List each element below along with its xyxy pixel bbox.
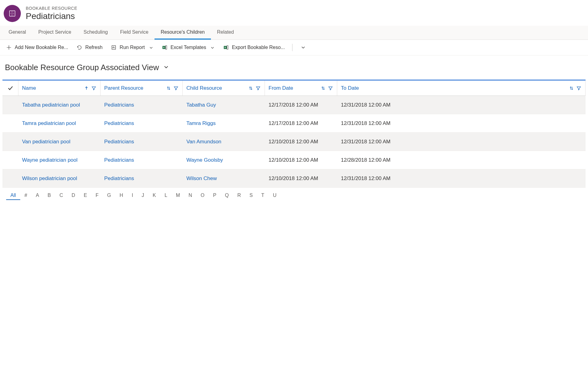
alpha-filter-t[interactable]: T	[257, 191, 269, 200]
filter-icon[interactable]	[328, 86, 333, 91]
alpha-filter-b[interactable]: B	[43, 191, 55, 200]
alpha-filter-f[interactable]: F	[91, 191, 103, 200]
alpha-filter-n[interactable]: N	[184, 191, 197, 200]
excel-icon	[162, 45, 167, 50]
view-selector[interactable]: Bookable Resource Group Associated View	[0, 55, 588, 80]
select-all-checkbox[interactable]	[2, 81, 18, 96]
export-label: Export Bookable Reso...	[232, 45, 285, 50]
column-header-parent-resource[interactable]: Parent Resource	[101, 81, 183, 96]
plus-icon	[6, 45, 12, 50]
alpha-filter-g[interactable]: G	[103, 191, 115, 200]
page-header: BOOKABLE RESOURCE Pediatricians	[0, 0, 588, 26]
alpha-filter-l[interactable]: L	[160, 191, 172, 200]
cell-child-resource[interactable]: Tabatha Guy	[183, 102, 265, 108]
tab-resource-s-children[interactable]: Resource's Children	[155, 26, 211, 40]
page-title: Pediatricians	[26, 11, 77, 21]
table-row[interactable]: Wayne pediatrician poolPediatriciansWayn…	[2, 151, 586, 169]
sort-icon	[569, 86, 574, 91]
cell-name[interactable]: Wayne pediatrician pool	[18, 157, 101, 163]
sort-icon	[249, 86, 254, 91]
view-title: Bookable Resource Group Associated View	[5, 63, 159, 72]
cell-parent-resource[interactable]: Pediatricians	[101, 157, 183, 163]
filter-icon[interactable]	[256, 86, 261, 91]
table-row[interactable]: Van pediatrician poolPediatriciansVan Am…	[2, 133, 586, 151]
alpha-filter-a[interactable]: A	[32, 191, 44, 200]
column-label: To Date	[341, 85, 567, 91]
chevron-down-icon	[301, 45, 305, 50]
alpha-filter-all[interactable]: All	[6, 191, 20, 200]
cell-name[interactable]: Van pediatrician pool	[18, 139, 101, 145]
table-row[interactable]: Tamra pediatrician poolPediatriciansTamr…	[2, 114, 586, 133]
more-commands-button[interactable]	[297, 43, 308, 51]
alpha-filter-e[interactable]: E	[79, 191, 91, 200]
cell-parent-resource[interactable]: Pediatricians	[101, 139, 183, 145]
chevron-down-icon	[164, 65, 169, 70]
column-label: Name	[22, 85, 82, 91]
tab-related[interactable]: Related	[211, 26, 240, 40]
alpha-filter-i[interactable]: I	[128, 191, 137, 200]
refresh-label: Refresh	[85, 45, 102, 50]
alpha-filter-#[interactable]: #	[20, 191, 32, 200]
cell-to-date: 12/28/2018 12:00 AM	[337, 157, 586, 163]
cell-from-date: 12/10/2018 12:00 AM	[265, 175, 337, 182]
add-new-button[interactable]: Add New Bookable Re...	[4, 43, 71, 52]
run-report-button[interactable]: Run Report	[109, 43, 156, 52]
tab-field-service[interactable]: Field Service	[114, 26, 155, 40]
toolbar: Add New Bookable Re... Refresh Run Repor…	[0, 40, 588, 55]
column-header-to-date[interactable]: To Date	[337, 81, 586, 96]
cell-child-resource[interactable]: Tamra Riggs	[183, 120, 265, 126]
column-label: Child Resource	[186, 85, 246, 91]
cell-name[interactable]: Wilson pediatrician pool	[18, 175, 101, 182]
filter-icon[interactable]	[174, 86, 179, 91]
alpha-filter-d[interactable]: D	[67, 191, 80, 200]
alpha-filter-p[interactable]: P	[209, 191, 221, 200]
filter-icon[interactable]	[577, 86, 582, 91]
alpha-filter-j[interactable]: J	[137, 191, 148, 200]
report-icon	[111, 45, 116, 50]
alpha-filter-r[interactable]: R	[233, 191, 245, 200]
excel-templates-label: Excel Templates	[170, 45, 206, 50]
alpha-filter-u[interactable]: U	[269, 191, 281, 200]
excel-templates-button[interactable]: Excel Templates	[159, 43, 217, 52]
cell-to-date: 12/31/2018 12:00 AM	[337, 175, 586, 182]
cell-parent-resource[interactable]: Pediatricians	[101, 102, 183, 108]
alpha-filter-o[interactable]: O	[197, 191, 209, 200]
cell-child-resource[interactable]: Wayne Goolsby	[183, 157, 265, 163]
column-header-child-resource[interactable]: Child Resource	[183, 81, 265, 96]
column-header-from-date[interactable]: From Date	[265, 81, 337, 96]
data-grid: Name Parent Resource Child Resource From…	[2, 80, 586, 188]
alpha-filter-q[interactable]: Q	[221, 191, 233, 200]
alpha-filter-c[interactable]: C	[55, 191, 67, 200]
cell-child-resource[interactable]: Wilson Chew	[183, 175, 265, 182]
sort-icon	[321, 86, 326, 91]
add-new-label: Add New Bookable Re...	[15, 45, 68, 50]
column-label: Parent Resource	[104, 85, 164, 91]
tab-project-service[interactable]: Project Service	[32, 26, 78, 40]
run-report-label: Run Report	[120, 45, 145, 50]
entity-icon	[4, 5, 21, 22]
filter-icon[interactable]	[92, 86, 97, 91]
grid-header-row: Name Parent Resource Child Resource From…	[2, 81, 586, 96]
cell-name[interactable]: Tamra pediatrician pool	[18, 120, 101, 126]
alpha-filter-m[interactable]: M	[172, 191, 184, 200]
cell-parent-resource[interactable]: Pediatricians	[101, 175, 183, 182]
cell-child-resource[interactable]: Van Amundson	[183, 139, 265, 145]
table-row[interactable]: Tabatha pediatrician poolPediatriciansTa…	[2, 96, 586, 114]
column-header-name[interactable]: Name	[18, 81, 101, 96]
export-button[interactable]: Export Bookable Reso...	[221, 43, 287, 52]
alpha-filter-k[interactable]: K	[148, 191, 160, 200]
alpha-filter-s[interactable]: S	[245, 191, 257, 200]
cell-parent-resource[interactable]: Pediatricians	[101, 120, 183, 126]
sort-icon	[166, 86, 171, 91]
alpha-filter-h[interactable]: H	[115, 191, 128, 200]
refresh-button[interactable]: Refresh	[74, 43, 105, 52]
table-row[interactable]: Wilson pediatrician poolPediatriciansWil…	[2, 169, 586, 188]
column-label: From Date	[269, 85, 319, 91]
cell-name[interactable]: Tabatha pediatrician pool	[18, 102, 101, 108]
grid-body: Tabatha pediatrician poolPediatriciansTa…	[2, 96, 586, 188]
cell-from-date: 12/10/2018 12:00 AM	[265, 157, 337, 163]
toolbar-separator	[292, 44, 292, 51]
cell-to-date: 12/31/2018 12:00 AM	[337, 102, 586, 108]
tab-general[interactable]: General	[2, 26, 32, 40]
tab-scheduling[interactable]: Scheduling	[78, 26, 114, 40]
